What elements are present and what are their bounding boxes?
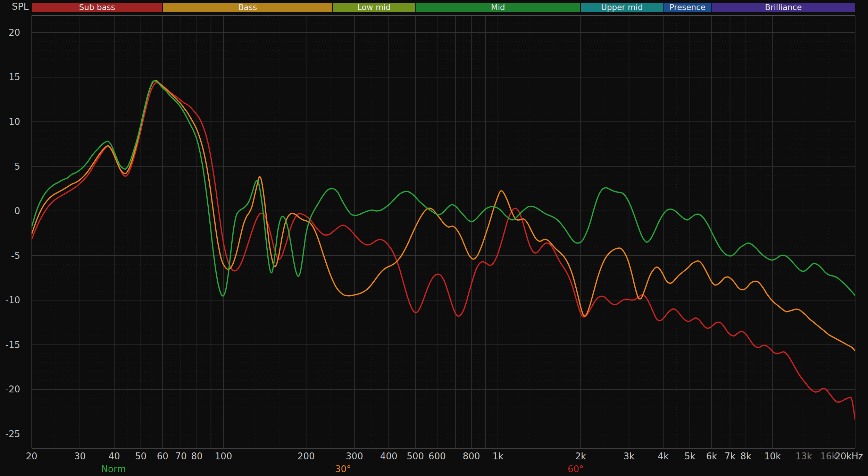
x-tick-label: 80 [191, 451, 202, 461]
plot-canvas[interactable] [0, 0, 868, 476]
x-tick-label: 600 [428, 451, 446, 461]
x-tick-label: 4k [658, 451, 669, 461]
curve-30 [32, 80, 855, 351]
y-tick-label: -25 [0, 428, 20, 440]
x-tick-label: 7k [725, 451, 736, 461]
y-tick-label: -10 [0, 295, 20, 306]
frequency-response-chart: SPL Sub bassBassLow midMidUpper midPrese… [0, 0, 868, 476]
response-curves [32, 80, 855, 420]
x-tick-label: 800 [463, 451, 480, 461]
x-tick-label: 13k [795, 451, 812, 461]
y-tick-label: 15 [0, 71, 20, 83]
legend-60deg: 60° [568, 464, 584, 474]
x-tick-label: 30 [74, 451, 86, 461]
x-tick-label: 20kHz [835, 451, 863, 461]
x-tick-label: 6k [706, 451, 717, 461]
y-tick-label: 20 [0, 27, 20, 38]
x-tick-label: 5k [684, 451, 695, 461]
x-tick-label: 40 [108, 451, 120, 461]
x-tick-label: 500 [407, 451, 424, 461]
legend-norm: Norm [101, 464, 126, 474]
x-tick-label: 100 [215, 451, 232, 461]
y-tick-label: -15 [0, 339, 20, 350]
y-tick-label: 0 [0, 205, 20, 216]
x-tick-label: 200 [298, 451, 315, 461]
x-tick-label: 70 [175, 451, 187, 461]
x-tick-label: 50 [135, 451, 147, 461]
x-tick-label: 1k [493, 451, 504, 461]
legend-30deg: 30° [335, 464, 351, 474]
y-tick-label: -20 [0, 384, 20, 395]
curve-60 [32, 83, 855, 420]
x-tick-label: 16k [820, 451, 837, 461]
x-tick-label: 3k [624, 451, 635, 461]
y-tick-label: -5 [0, 250, 20, 261]
y-tick-label: 10 [0, 116, 20, 127]
x-tick-label: 8k [741, 451, 752, 461]
x-tick-label: 300 [346, 451, 363, 461]
x-tick-label: 20 [26, 451, 37, 461]
x-tick-label: 10k [764, 451, 781, 461]
x-tick-label: 60 [157, 451, 168, 461]
x-tick-label: 400 [380, 451, 398, 461]
y-tick-label: 5 [0, 161, 20, 172]
x-tick-label: 2k [575, 451, 586, 461]
